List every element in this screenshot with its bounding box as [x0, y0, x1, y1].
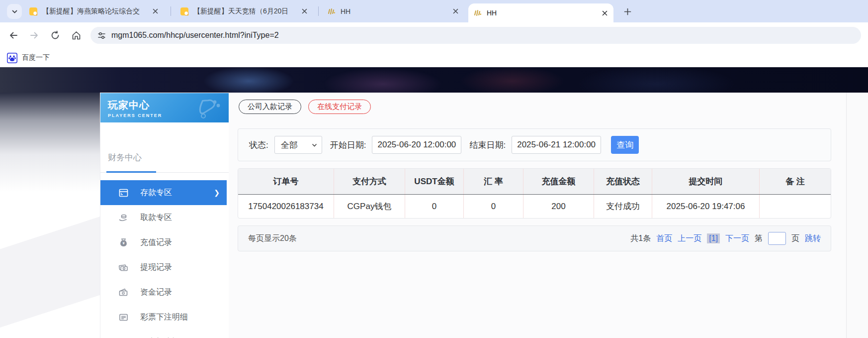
browser-tab-3[interactable]: HH	[322, 0, 464, 22]
browser-tab-2[interactable]: 【新提醒】天天竞猜（6月20日	[175, 0, 313, 22]
tab-close-icon[interactable]	[300, 7, 308, 15]
tab-separator	[171, 6, 171, 16]
current-page-indicator: [1]	[707, 233, 720, 243]
sidebar-item-recharge-records[interactable]: ¥ 充值记录	[100, 230, 229, 255]
search-button[interactable]: 查询	[611, 136, 639, 154]
tab-close-icon[interactable]	[601, 9, 608, 17]
left-background-fade	[0, 93, 100, 192]
hh-gold-favicon	[473, 8, 482, 17]
total-count-text: 共1条	[630, 233, 651, 244]
sidebar-item-withdraw-zone[interactable]: 取款专区	[100, 205, 229, 230]
sidebar-item-label: 资金记录	[140, 287, 172, 298]
col-submit-time: 提交时间	[652, 169, 760, 194]
chevron-right-icon: ❯	[214, 189, 220, 197]
record-type-tabs: 公司入款记录 在线支付记录	[239, 100, 371, 114]
deposit-card-icon	[118, 188, 128, 198]
tab-title: 【新提醒】海燕策略论坛综合交	[42, 7, 147, 16]
back-arrow-icon	[8, 30, 18, 40]
gamepad-icon	[195, 96, 224, 119]
pagination-controls: 共1条 首页 上一页 [1] 下一页 第 页 跳转	[630, 232, 821, 245]
end-date-label: 结束日期:	[469, 139, 506, 151]
tab-title: HH	[487, 9, 596, 17]
cell-remark	[760, 195, 831, 218]
col-usdt-amount: USDT金额	[405, 169, 464, 194]
cell-payment-method: CGPay钱包	[334, 195, 405, 218]
jump-suffix-text: 页	[791, 233, 799, 244]
reload-button[interactable]	[49, 29, 62, 42]
prev-page-link[interactable]: 上一页	[678, 233, 701, 244]
cell-usdt-amount: 0	[405, 195, 464, 218]
col-order-no: 订单号	[238, 169, 334, 194]
col-remark: 备 注	[760, 169, 831, 194]
sidebar-item-label: 提现记录	[140, 262, 172, 273]
pagination-bar: 每页显示20条 共1条 首页 上一页 [1] 下一页 第 页 跳转	[238, 225, 831, 251]
page-number-input[interactable]	[768, 232, 786, 245]
bookmarks-bar: 百度一下	[0, 48, 868, 67]
start-date-label: 开始日期:	[330, 139, 366, 151]
jump-prefix-text: 第	[755, 233, 763, 244]
tab-close-icon[interactable]	[151, 7, 159, 15]
sidebar-header: 玩家中心 PLAYERS CENTER	[100, 93, 229, 122]
cell-submit-time: 2025-06-20 19:47:06	[652, 195, 760, 218]
status-label: 状态:	[249, 139, 268, 151]
jump-link[interactable]: 跳转	[805, 233, 821, 244]
banknotes-icon	[118, 262, 128, 272]
first-page-link[interactable]: 首页	[656, 233, 672, 244]
sidebar-item-label: 存款专区	[140, 188, 172, 198]
browser-tab-4-active[interactable]: HH	[468, 3, 613, 22]
withdraw-hand-icon	[118, 213, 128, 223]
tab-title: HH	[341, 7, 447, 15]
page-scrollbar[interactable]	[846, 93, 868, 338]
next-page-link[interactable]: 下一页	[725, 233, 749, 244]
tab-online-payment-records[interactable]: 在线支付记录	[308, 100, 371, 114]
sidebar-section-finance: 财务中心	[108, 152, 142, 163]
web-page: 玩家中心 PLAYERS CENTER 财务中心 存款专区 ❯ 取款专区 ¥ 充…	[0, 67, 868, 338]
sidebar-item-label: 彩票下注明细	[140, 312, 188, 323]
baidu-paw-icon	[7, 53, 17, 63]
sidebar-item-withdrawal-records[interactable]: 提现记录	[100, 255, 229, 280]
wallet-bill-icon	[118, 287, 128, 297]
start-date-input[interactable]	[372, 136, 461, 154]
sidebar-item-hall-bet-records[interactable]: 厅室投注记录	[100, 330, 229, 338]
col-payment-method: 支付方式	[334, 169, 405, 194]
tab-separator	[318, 6, 319, 16]
url-text: mgm1065.com/hhcp/usercenter.html?iniType…	[111, 31, 279, 40]
plus-icon	[624, 8, 631, 15]
forward-button[interactable]	[28, 29, 41, 42]
players-center-sidebar: 玩家中心 PLAYERS CENTER 财务中心 存款专区 ❯ 取款专区 ¥ 充…	[100, 93, 229, 338]
bookmark-baidu[interactable]: 百度一下	[7, 53, 50, 63]
sidebar-item-funds-records[interactable]: 资金记录	[100, 280, 229, 305]
sidebar-item-lottery-bet-details[interactable]: 彩票下注明细	[100, 305, 229, 330]
home-icon	[71, 30, 82, 41]
hh-gold-favicon	[327, 7, 336, 16]
table-header-row: 订单号 支付方式 USDT金额 汇 率 充值金额 充值状态 提交时间 备 注	[238, 169, 831, 195]
home-button[interactable]	[70, 29, 83, 42]
cell-exchange-rate: 0	[464, 195, 523, 218]
chevron-down-icon	[312, 142, 317, 148]
sidebar-divider-accent	[106, 171, 156, 173]
cell-recharge-status: 支付成功	[594, 195, 652, 218]
sidebar-menu: 存款专区 ❯ 取款专区 ¥ 充值记录 提现记录 资金记录 彩票下注明细	[100, 180, 229, 338]
tab-search-chevron-button[interactable]	[7, 4, 22, 19]
status-select-value: 全部	[281, 139, 298, 151]
back-button[interactable]	[7, 29, 20, 42]
browser-tab-1[interactable]: 【新提醒】海燕策略论坛综合交	[24, 0, 164, 22]
new-tab-button[interactable]	[620, 4, 634, 18]
moneybag-icon: ¥	[118, 237, 128, 247]
filter-bar: 状态: 全部 开始日期: 结束日期: 查询	[238, 128, 831, 161]
col-recharge-status: 充值状态	[594, 169, 652, 194]
tab-close-icon[interactable]	[451, 7, 459, 15]
status-select[interactable]: 全部	[274, 136, 322, 154]
bookmark-label: 百度一下	[22, 53, 50, 62]
sidebar-item-deposit-zone[interactable]: 存款专区 ❯	[100, 180, 227, 205]
forward-arrow-icon	[29, 30, 39, 40]
tab-company-deposit-records[interactable]: 公司入款记录	[239, 100, 301, 114]
sidebar-item-label: 取款专区	[140, 213, 172, 223]
url-bar[interactable]: mgm1065.com/hhcp/usercenter.html?iniType…	[90, 27, 861, 44]
records-table: 订单号 支付方式 USDT金额 汇 率 充值金额 充值状态 提交时间 备 注 1…	[238, 168, 831, 219]
browser-tabstrip: 【新提醒】海燕策略论坛综合交 【新提醒】天天竞猜（6月20日 HH HH	[0, 0, 868, 22]
main-content: 公司入款记录 在线支付记录 状态: 全部 开始日期: 结束日期: 查询 订单号 …	[229, 93, 846, 338]
end-date-input[interactable]	[512, 136, 601, 154]
col-recharge-amount: 充值金额	[523, 169, 594, 194]
page-header-dark-band	[0, 67, 868, 93]
